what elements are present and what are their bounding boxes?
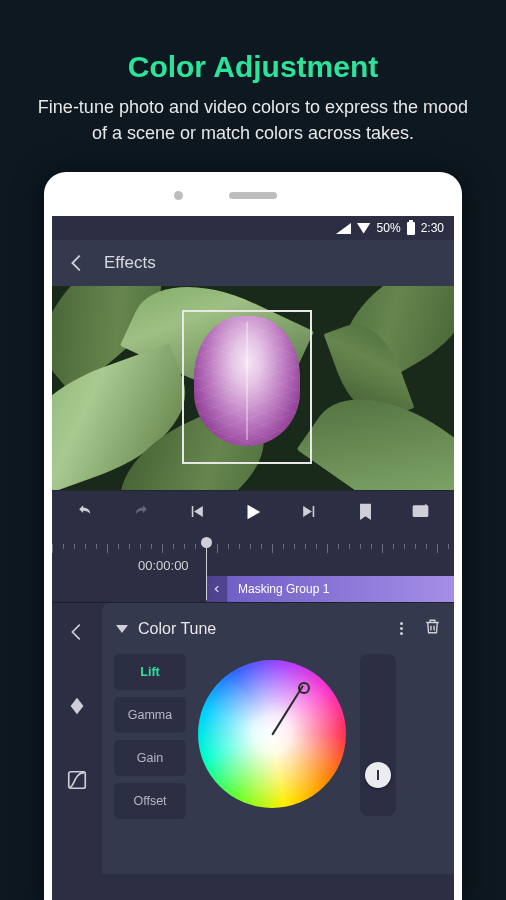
back-icon[interactable]: [66, 252, 88, 274]
promo-title: Color Adjustment: [0, 0, 506, 84]
tune-tab-lift[interactable]: Lift: [114, 654, 186, 690]
present-icon[interactable]: [411, 502, 430, 525]
slider-thumb[interactable]: [365, 762, 391, 788]
screen-title: Effects: [104, 253, 156, 273]
tune-tabs: LiftGammaGainOffset: [114, 654, 186, 819]
color-wheel[interactable]: [198, 660, 346, 808]
undo-icon[interactable]: [76, 502, 95, 525]
panel-body: LiftGammaGainOffset: [114, 654, 442, 819]
tune-tab-gain[interactable]: Gain: [114, 740, 186, 776]
panel-title: Color Tune: [138, 620, 391, 638]
tune-tab-offset[interactable]: Offset: [114, 783, 186, 819]
phone-speaker: [229, 192, 277, 199]
status-bar: 50% 2:30: [52, 216, 454, 240]
collapse-icon[interactable]: [116, 625, 128, 633]
phone-camera: [174, 191, 183, 200]
panel-main: Color Tune LiftGammaGainOffset: [102, 603, 454, 874]
ruler: [52, 544, 454, 554]
battery-text: 50%: [377, 221, 401, 235]
effects-panel: Color Tune LiftGammaGainOffset: [52, 602, 454, 874]
timecode: 00:00:00: [138, 558, 189, 573]
panel-back-icon[interactable]: [66, 621, 88, 643]
wheel-indicator-dot[interactable]: [298, 682, 310, 694]
signal-icon: [336, 223, 351, 234]
clock-text: 2:30: [421, 221, 444, 235]
video-preview[interactable]: [52, 286, 454, 490]
more-icon[interactable]: [391, 622, 411, 635]
timeline[interactable]: 00:00:00 Masking Group 1: [52, 536, 454, 602]
wifi-icon: [357, 223, 371, 234]
clip-label: Masking Group 1: [228, 582, 329, 596]
promo-subtitle: Fine-tune photo and video colors to expr…: [0, 84, 506, 146]
panel-sidebar: [52, 603, 102, 874]
luma-slider[interactable]: [360, 654, 396, 816]
tune-tab-gamma[interactable]: Gamma: [114, 697, 186, 733]
playhead[interactable]: [206, 542, 207, 600]
top-bar: Effects: [52, 240, 454, 286]
transport-bar: [52, 490, 454, 536]
curve-icon[interactable]: [66, 769, 88, 791]
play-icon[interactable]: [242, 501, 264, 527]
clip-handle[interactable]: [206, 576, 228, 602]
skip-prev-icon[interactable]: [187, 502, 206, 525]
clip[interactable]: Masking Group 1: [206, 576, 454, 602]
panel-header: Color Tune: [114, 617, 442, 640]
keyframe-icon[interactable]: [66, 695, 88, 717]
bookmark-add-icon[interactable]: [356, 502, 375, 525]
skip-next-icon[interactable]: [300, 502, 319, 525]
phone-frame: 50% 2:30 Effects: [44, 172, 462, 900]
mask-rectangle[interactable]: [182, 310, 312, 464]
app-screen: 50% 2:30 Effects: [52, 216, 454, 900]
battery-icon: [407, 222, 415, 235]
redo-icon[interactable]: [131, 502, 150, 525]
trash-icon[interactable]: [423, 617, 442, 640]
